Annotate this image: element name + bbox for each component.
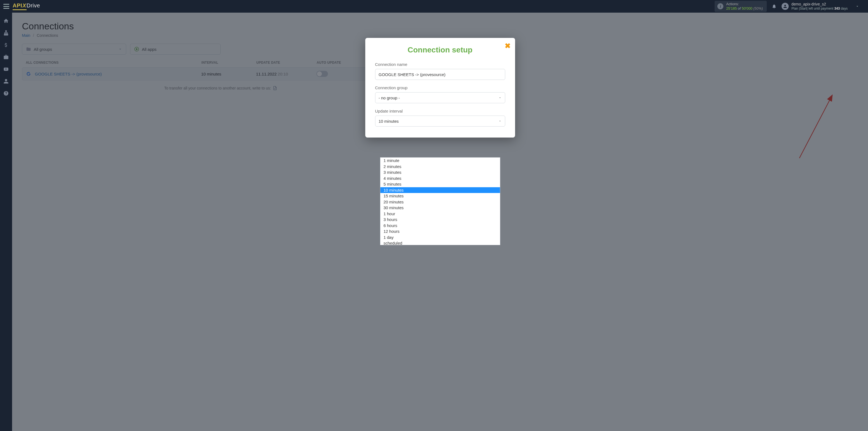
update-interval-label: Update interval (375, 109, 505, 113)
logo-x-icon: X (22, 2, 27, 8)
actions-counter[interactable]: i Actions: 25'185 of 50'000 (50%) (715, 1, 767, 11)
user-menu[interactable]: demo_apix-drive_s2 Plan |Start| left unt… (781, 2, 865, 10)
info-icon: i (717, 3, 723, 9)
actions-total: 50'000 (742, 6, 752, 10)
dollar-icon[interactable] (1, 40, 11, 50)
connection-group-label: Connection group (375, 85, 505, 90)
home-icon[interactable] (1, 16, 11, 26)
interval-dropdown: 1 minute2 minutes3 minutes4 minutes5 min… (380, 157, 500, 245)
sitemap-icon[interactable] (1, 28, 11, 38)
logo-api: API (12, 2, 22, 8)
update-interval-select[interactable]: 10 minutes (375, 116, 505, 127)
user-plan: Plan |Start| left until payment 343 days (792, 7, 848, 10)
interval-option[interactable]: 1 day (380, 235, 500, 241)
modal-overlay[interactable]: ✖ Connection setup Connection name Conne… (12, 12, 868, 431)
interval-option[interactable]: 1 hour (380, 211, 500, 217)
connection-group-value: - no group - (379, 95, 400, 100)
connection-name-input[interactable] (375, 69, 505, 80)
chevron-down-icon[interactable] (856, 4, 859, 8)
update-interval-value: 10 minutes (379, 119, 399, 124)
briefcase-icon[interactable] (1, 52, 11, 62)
actions-count: 25'185 (726, 6, 737, 10)
logo[interactable]: APIXDrive (12, 2, 40, 10)
interval-option[interactable]: 30 minutes (380, 205, 500, 211)
interval-option[interactable]: 6 hours (380, 223, 500, 229)
connection-group-select[interactable]: - no group - (375, 92, 505, 103)
modal-title: Connection setup (375, 45, 505, 54)
svg-rect-1 (4, 34, 5, 35)
interval-option[interactable]: 2 minutes (380, 164, 500, 170)
interval-option[interactable]: 1 minute (380, 158, 500, 164)
user-icon[interactable] (1, 76, 11, 86)
logo-drive: Drive (27, 2, 40, 9)
actions-label: Actions: (726, 2, 763, 6)
chevron-down-icon (498, 119, 502, 123)
main-content: Connections Main / Connections All group… (12, 12, 868, 431)
svg-rect-2 (5, 34, 7, 35)
interval-option[interactable]: 10 minutes (380, 187, 500, 193)
connection-name-label: Connection name (375, 62, 505, 67)
actions-of: of (737, 6, 742, 10)
sidebar (0, 12, 12, 431)
topbar: APIXDrive i Actions: 25'185 of 50'000 (5… (0, 0, 868, 12)
user-name: demo_apix-drive_s2 (792, 2, 848, 7)
connection-setup-modal: ✖ Connection setup Connection name Conne… (365, 38, 515, 137)
chevron-down-icon (498, 96, 502, 99)
close-icon[interactable]: ✖ (505, 42, 511, 50)
bell-icon[interactable] (772, 4, 777, 9)
svg-rect-3 (7, 34, 8, 35)
actions-pct: (50%) (752, 6, 763, 10)
interval-option[interactable]: scheduled (380, 240, 500, 245)
interval-option[interactable]: 15 minutes (380, 193, 500, 199)
youtube-icon[interactable] (1, 64, 11, 74)
interval-option[interactable]: 5 minutes (380, 181, 500, 187)
help-icon[interactable] (1, 88, 11, 98)
interval-option[interactable]: 3 minutes (380, 170, 500, 176)
interval-option[interactable]: 12 hours (380, 228, 500, 235)
svg-rect-0 (5, 30, 7, 32)
interval-option[interactable]: 3 hours (380, 217, 500, 223)
avatar-icon (781, 3, 789, 10)
interval-option[interactable]: 20 minutes (380, 199, 500, 205)
interval-option[interactable]: 4 minutes (380, 176, 500, 181)
menu-icon[interactable] (3, 4, 9, 9)
